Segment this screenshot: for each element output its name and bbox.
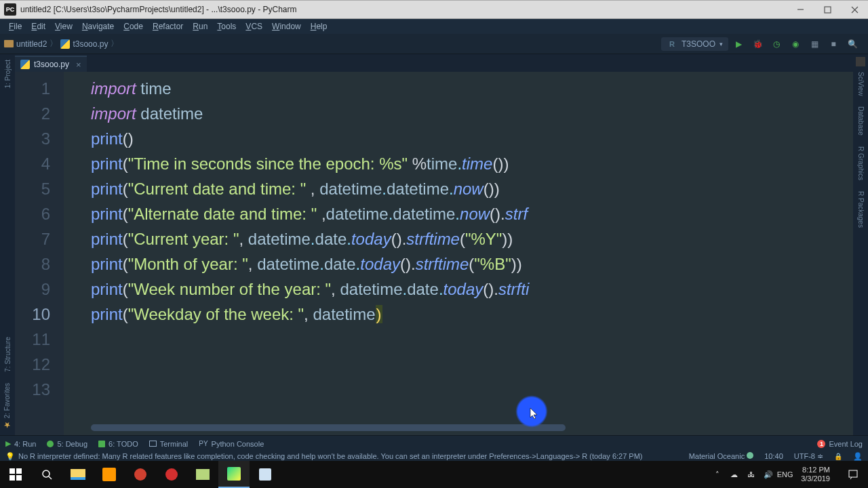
tray-network-icon[interactable]: 🖧 — [746, 470, 756, 480]
lock-icon[interactable]: 🔒 — [834, 453, 842, 460]
menu-bar: FileEditViewNavigateCodeRefactorRunTools… — [0, 19, 868, 34]
code-line[interactable]: import time — [91, 76, 853, 101]
status-bar: 💡No R interpreter defined: Many R relate… — [0, 451, 868, 461]
inspect-icon[interactable]: 👤 — [853, 452, 863, 461]
horizontal-scrollbar[interactable] — [91, 424, 833, 431]
minimize-button[interactable] — [787, 0, 814, 19]
tool-project[interactable]: 1: Project — [4, 54, 12, 94]
menu-run[interactable]: Run — [188, 20, 212, 33]
task-file-explorer[interactable] — [62, 461, 94, 488]
right-tool-strip: SciView Database R Graphics R Packages — [853, 54, 868, 435]
tray-chevron-up-icon[interactable]: ˄ — [712, 470, 722, 480]
task-sublime[interactable] — [94, 461, 125, 488]
code-line[interactable]: print("Current year: ", datetime.date.to… — [91, 226, 853, 251]
close-tab-icon[interactable]: × — [76, 60, 81, 70]
task-pycharm[interactable] — [218, 461, 250, 488]
breadcrumb-file-label: t3sooo.py — [73, 39, 108, 49]
tool-terminal[interactable]: Terminal — [149, 440, 189, 448]
status-encoding[interactable]: UTF-8 ≑ — [794, 452, 823, 461]
menu-tools[interactable]: Tools — [212, 20, 241, 33]
search-everywhere-button[interactable]: 🔍 — [846, 38, 859, 50]
code-line[interactable]: print() — [91, 126, 853, 151]
menu-window[interactable]: Window — [267, 20, 306, 33]
python-file-icon — [20, 60, 30, 69]
tool-sciview[interactable]: SciView — [857, 66, 865, 101]
code-line[interactable]: print("Alternate date and time: " ,datet… — [91, 201, 853, 226]
app-icon: PC — [4, 3, 16, 16]
tool-debug[interactable]: 5: Debug — [47, 440, 87, 448]
tray-onedrive-icon[interactable]: ☁ — [729, 470, 739, 480]
editor-tab-row: t3sooo.py × — [0, 54, 868, 72]
code-line[interactable] — [91, 327, 853, 352]
tool-rpackages[interactable]: R Packages — [857, 186, 865, 233]
menu-view[interactable]: View — [50, 20, 77, 33]
tool-structure[interactable]: 7: Structure — [4, 331, 12, 378]
breadcrumb-project[interactable]: untitled2 — [4, 39, 47, 49]
tool-todo[interactable]: 6: TODO — [98, 440, 138, 448]
maximize-button[interactable] — [814, 0, 841, 19]
code-line[interactable]: print("Current date and time: " , dateti… — [91, 176, 853, 201]
code-line[interactable]: print("Week number of the year: ", datet… — [91, 277, 853, 302]
python-file-icon — [60, 39, 70, 49]
tool-event-log[interactable]: 1Event Log — [817, 440, 863, 448]
code-line[interactable] — [91, 352, 853, 377]
tool-python-console[interactable]: PYPython Console — [199, 440, 264, 448]
tool-run[interactable]: ▶4: Run — [5, 439, 36, 448]
svg-rect-4 — [9, 468, 15, 474]
system-tray: ˄ ☁ 🖧 🔊 ENG 8:12 PM 3/3/2019 — [709, 461, 868, 488]
code-line[interactable]: print("Month of year: ", datetime.date.t… — [91, 251, 853, 277]
code-area[interactable]: import timeimport datetimeprint()print("… — [64, 72, 853, 435]
code-line[interactable]: print("Weekday of the week: ", datetime) — [91, 302, 853, 327]
menu-file[interactable]: File — [4, 20, 26, 33]
task-record[interactable] — [125, 461, 156, 488]
menu-edit[interactable]: Edit — [26, 20, 50, 33]
debug-button[interactable]: 🐞 — [751, 38, 764, 50]
chevron-right-icon: 〉 — [111, 38, 119, 49]
menu-refactor[interactable]: Refactor — [148, 20, 188, 33]
coverage-button[interactable]: ◷ — [770, 38, 783, 50]
chevron-right-icon: 〉 — [50, 38, 58, 49]
breadcrumb-file[interactable]: t3sooo.py — [60, 39, 108, 49]
tool-rgraphics[interactable]: R Graphics — [857, 141, 865, 186]
menu-vcs[interactable]: VCS — [241, 20, 267, 33]
tool-favorites[interactable]: ★ 2: Favorites — [3, 378, 12, 435]
editor-tab[interactable]: t3sooo.py × — [15, 56, 87, 72]
run-button[interactable]: ▶ — [732, 38, 745, 50]
stop-button[interactable]: ■ — [827, 38, 840, 50]
task-notepadpp[interactable] — [187, 461, 218, 488]
line-number-gutter: 12345678910111213 — [15, 72, 64, 435]
task-opera[interactable] — [156, 461, 187, 488]
menu-help[interactable]: Help — [306, 20, 332, 33]
navigation-bar: untitled2 〉 t3sooo.py 〉 R T3SOOO ▾ ▶ 🐞 ◷… — [0, 34, 868, 54]
svg-rect-1 — [825, 7, 831, 13]
code-line[interactable]: print("Time in seconds since the epoch: … — [91, 151, 853, 176]
tool-database[interactable]: Database — [857, 101, 865, 141]
tray-volume-icon[interactable]: 🔊 — [763, 470, 773, 480]
code-line[interactable] — [91, 377, 853, 402]
tray-ime[interactable]: ENG — [780, 470, 790, 480]
task-notepad[interactable] — [250, 461, 281, 488]
svg-rect-10 — [849, 470, 857, 477]
tray-clock[interactable]: 8:12 PM 3/3/2019 — [797, 466, 834, 483]
menu-navigate[interactable]: Navigate — [77, 20, 119, 33]
tray-date: 3/3/2019 — [801, 474, 830, 483]
status-message[interactable]: 💡No R interpreter defined: Many R relate… — [5, 452, 643, 461]
tray-notifications-icon[interactable] — [841, 461, 865, 488]
status-cursor-position[interactable]: 10:40 — [764, 452, 783, 460]
profile-button[interactable]: ◉ — [789, 38, 802, 50]
folder-icon — [4, 40, 14, 47]
menu-code[interactable]: Code — [119, 20, 148, 33]
svg-line-9 — [49, 476, 52, 479]
code-editor[interactable]: 12345678910111213 import timeimport date… — [15, 72, 853, 435]
status-theme[interactable]: Material Oceanic — [689, 452, 754, 460]
run-config-selector[interactable]: R T3SOOO ▾ — [661, 37, 728, 51]
close-button[interactable] — [841, 0, 868, 19]
tray-time: 8:12 PM — [801, 466, 830, 474]
start-button[interactable] — [0, 461, 31, 488]
svg-rect-6 — [9, 475, 15, 481]
chevron-down-icon: ▾ — [719, 41, 723, 47]
grid-icon[interactable] — [856, 57, 865, 66]
search-button[interactable] — [31, 461, 62, 488]
code-line[interactable]: import datetime — [91, 101, 853, 126]
attach-button[interactable]: ▦ — [808, 38, 821, 50]
